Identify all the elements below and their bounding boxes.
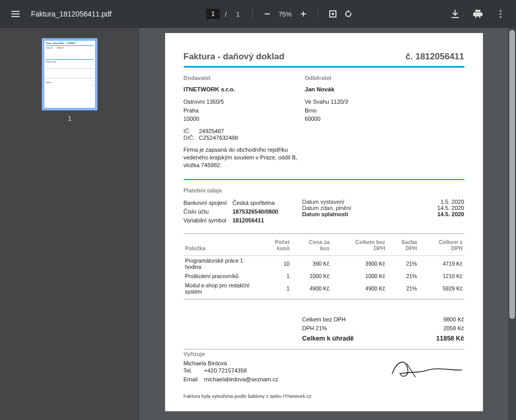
more-icon[interactable] <box>494 8 507 20</box>
col-novat: Celkem bezDPH <box>331 237 387 256</box>
tax-date: 14.5. 2020 <box>369 205 464 211</box>
bank-label: Bankovní spojení <box>184 199 233 207</box>
grey-divider <box>184 349 464 350</box>
invoice-title: Faktura - daňový doklad <box>184 52 285 62</box>
bank-value: Česká spořitelna <box>233 199 275 207</box>
supplier-zip: 10000 <box>184 115 305 123</box>
scrollbar-thumb[interactable] <box>509 30 515 319</box>
col-withvat: Celkem sDPH <box>418 237 464 256</box>
pdf-viewer-toolbar: Faktura_1812056411.pdf / 1 75% <box>0 0 516 28</box>
supplier-name: ITNETWORK s.r.o. <box>184 86 305 92</box>
rotate-icon[interactable] <box>342 8 354 20</box>
total-grand-label: Celkem k úhradě <box>302 333 402 344</box>
contact-tel-label: Tel. <box>184 366 204 375</box>
grey-divider <box>184 299 464 300</box>
zoom-percent[interactable]: 75% <box>279 10 292 18</box>
thumbnail-number: 1 <box>68 115 71 122</box>
page-number-input[interactable] <box>206 9 220 19</box>
due-date: 14.5. 2020 <box>369 211 464 217</box>
supplier-registry-note: Firma je zapsaná do obchodního rejstříku… <box>184 146 302 170</box>
invoice-number: č. 1812056411 <box>406 52 464 62</box>
filename-label: Faktura_1812056411.pdf <box>31 10 111 18</box>
svg-point-1 <box>499 13 501 14</box>
supplier-dic-label: DIČ: <box>184 135 199 141</box>
page-separator: / <box>225 10 227 18</box>
supplier-ico: 24925487 <box>199 128 224 134</box>
fit-to-page-icon[interactable] <box>327 8 339 20</box>
buyer-city: Brno <box>305 106 464 115</box>
download-icon[interactable] <box>449 8 461 20</box>
svg-point-0 <box>499 10 501 11</box>
contact-email: michaelabirdova@seznam.cz <box>204 375 279 384</box>
varsym-label: Variabilní symbol <box>184 216 233 225</box>
issue-date-label: Datum vystavení <box>302 199 369 205</box>
hamburger-menu-icon[interactable] <box>9 8 22 20</box>
buyer-name: Jan Novák <box>305 86 464 92</box>
print-icon[interactable] <box>472 8 484 20</box>
buyer-street: Ve Svahu 1120/3 <box>305 98 464 106</box>
issue-date: 1.5. 2020 <box>369 199 464 205</box>
payment-heading: Platební údaje <box>184 187 464 193</box>
buyer-heading: Odběratel <box>305 75 464 81</box>
contact-email-label: Email <box>184 375 204 384</box>
account-label: Číslo účtu <box>184 207 233 216</box>
total-vat-label: DPH 21% <box>302 324 402 333</box>
total-grand: 11858 Kč <box>402 333 464 344</box>
page-thumbnail[interactable]: Faktura - daňový doklad č. 1812056411 Do… <box>42 38 98 110</box>
thumbnail-sidebar: Faktura - daňový doklad č. 1812056411 Do… <box>0 28 139 420</box>
varsym-value: 1812056411 <box>233 216 264 225</box>
total-exvat: 9800 Kč <box>402 315 464 325</box>
supplier-street: Ostrovní 1350/5 <box>184 98 305 106</box>
toolbar-separator <box>252 9 253 19</box>
supplier-ico-label: IČ: <box>184 128 199 134</box>
col-unit: Cena zakus <box>291 237 331 256</box>
toolbar-separator <box>318 9 318 19</box>
account-value: 1875326540/0800 <box>233 207 279 216</box>
blue-divider <box>184 179 464 180</box>
signature-image <box>387 356 464 381</box>
tax-date-label: Datum zdan. plnění <box>302 205 369 211</box>
grey-divider <box>184 233 464 234</box>
invoice-footer: Faktura byla vytvořena podle šablony z w… <box>184 393 464 399</box>
buyer-zip: 60000 <box>305 115 464 123</box>
total-exvat-label: Celkem bez DPH <box>302 315 402 325</box>
total-vat: 2058 Kč <box>402 324 464 333</box>
invoice-page: Faktura - daňový doklad č. 1812056411 Do… <box>165 33 483 411</box>
col-rate: SazbaDPH <box>387 237 419 256</box>
vertical-scrollbar[interactable] <box>508 28 516 420</box>
due-date-label: Datum splatnosti <box>302 211 369 217</box>
svg-point-2 <box>499 16 501 18</box>
items-table: Položka Početkusů Cena zakus Celkem bezD… <box>184 237 464 298</box>
col-item: Položka <box>184 237 261 256</box>
document-viewport[interactable]: Faktura - daňový doklad č. 1812056411 Do… <box>139 28 508 420</box>
table-row: Modul e-shop pro redakční systém14900 Kč… <box>184 281 464 298</box>
table-row: Programátorské práce 1 hodina10390 Kč390… <box>184 255 464 271</box>
main-area: Faktura - daňový doklad č. 1812056411 Do… <box>0 28 516 420</box>
col-qty: Početkusů <box>261 237 292 256</box>
totals-block: Celkem bez DPH9800 Kč DPH 21%2058 Kč Cel… <box>302 315 464 344</box>
blue-divider <box>184 66 464 68</box>
supplier-dic: CZ5247632498 <box>199 135 238 141</box>
contact-tel: +420 721574358 <box>204 366 247 375</box>
zoom-out-icon[interactable] <box>261 8 273 20</box>
supplier-city: Praha <box>184 106 305 115</box>
page-total: 1 <box>236 10 239 18</box>
supplier-heading: Dodavatel <box>184 75 305 81</box>
table-row: Proškolení pracovníků11000 Kč1000 Kč21%1… <box>184 271 464 281</box>
zoom-in-icon[interactable] <box>297 8 310 20</box>
